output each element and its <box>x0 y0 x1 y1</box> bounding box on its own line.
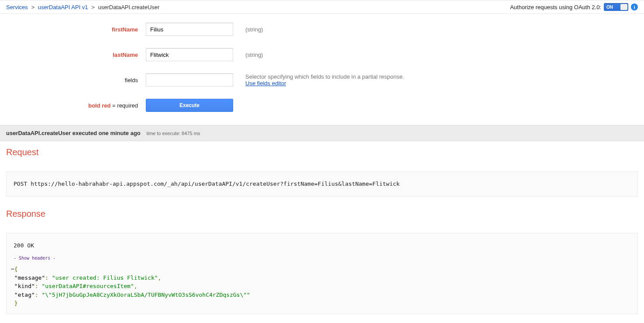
breadcrumb-sep: > <box>91 4 95 10</box>
toggle-knob <box>620 4 627 10</box>
required-legend: bold red = required <box>6 102 146 109</box>
execution-status-time: time to execute: 8475 ms <box>146 131 200 136</box>
breadcrumb-method: userDataAPI.createUser <box>98 4 159 10</box>
breadcrumb-sep: > <box>31 4 34 10</box>
desc-fields-text: Selector specifying which fields to incl… <box>245 73 404 80</box>
fields-editor-link[interactable]: Use fields editor <box>245 80 286 87</box>
response-status: 200 OK <box>11 241 633 251</box>
request-title: Request <box>0 141 644 161</box>
input-lastname[interactable] <box>146 48 233 61</box>
auth-label: Authorize requests using OAuth 2.0: <box>510 4 601 10</box>
form-area: firstName (string) lastName (string) fie… <box>0 14 644 125</box>
execution-status-bar: userDataAPI.createUser executed one minu… <box>0 125 644 141</box>
label-firstname: firstName <box>6 26 146 33</box>
breadcrumb-services[interactable]: Services <box>6 4 28 10</box>
oauth-toggle[interactable]: ON <box>604 3 628 11</box>
show-headers-link[interactable]: - Show headers - <box>11 252 58 265</box>
desc-fields: Selector specifying which fields to incl… <box>233 73 404 87</box>
type-firstname: (string) <box>233 26 263 33</box>
breadcrumb: Services > userDataAPI API v1 > userData… <box>6 4 159 10</box>
breadcrumb-api[interactable]: userDataAPI API v1 <box>38 4 88 10</box>
response-title: Response <box>0 203 644 222</box>
request-body: POST https://hello-habrahabr-api.appspot… <box>6 171 638 197</box>
info-icon[interactable]: i <box>631 3 638 10</box>
type-lastname: (string) <box>233 52 263 58</box>
input-fields[interactable] <box>146 73 233 87</box>
required-legend-boldred: bold red <box>88 102 110 109</box>
execution-status-main: userDataAPI.createUser executed one minu… <box>6 130 141 136</box>
response-json: −{ "message": "user created: Filius Flit… <box>11 265 633 308</box>
oauth-toggle-state: ON <box>606 5 613 10</box>
required-legend-suffix: = required <box>110 102 138 109</box>
execute-button[interactable]: Execute <box>146 99 233 112</box>
label-lastname: lastName <box>6 52 146 58</box>
response-body: 200 OK - Show headers - −{ "message": "u… <box>6 233 638 314</box>
auth-area: Authorize requests using OAuth 2.0: ON i <box>510 3 638 11</box>
label-fields: fields <box>6 77 146 83</box>
input-firstname[interactable] <box>146 23 233 36</box>
